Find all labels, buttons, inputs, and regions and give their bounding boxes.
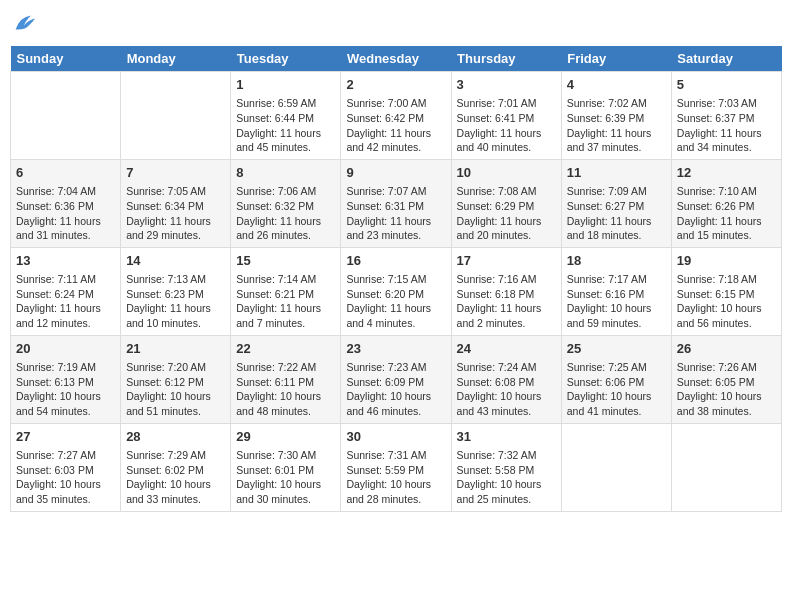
- calendar-cell: 9Sunrise: 7:07 AM Sunset: 6:31 PM Daylig…: [341, 159, 451, 247]
- calendar-cell: [561, 423, 671, 511]
- day-info: Sunrise: 7:15 AM Sunset: 6:20 PM Dayligh…: [346, 272, 445, 331]
- day-header-tuesday: Tuesday: [231, 46, 341, 72]
- calendar-cell: 7Sunrise: 7:05 AM Sunset: 6:34 PM Daylig…: [121, 159, 231, 247]
- day-number: 16: [346, 252, 445, 270]
- day-number: 30: [346, 428, 445, 446]
- calendar-header-row: SundayMondayTuesdayWednesdayThursdayFrid…: [11, 46, 782, 72]
- day-info: Sunrise: 7:06 AM Sunset: 6:32 PM Dayligh…: [236, 184, 335, 243]
- day-number: 1: [236, 76, 335, 94]
- day-number: 7: [126, 164, 225, 182]
- calendar-cell: 25Sunrise: 7:25 AM Sunset: 6:06 PM Dayli…: [561, 335, 671, 423]
- day-number: 20: [16, 340, 115, 358]
- day-info: Sunrise: 7:26 AM Sunset: 6:05 PM Dayligh…: [677, 360, 776, 419]
- calendar-cell: 17Sunrise: 7:16 AM Sunset: 6:18 PM Dayli…: [451, 247, 561, 335]
- day-info: Sunrise: 7:22 AM Sunset: 6:11 PM Dayligh…: [236, 360, 335, 419]
- calendar-cell: 5Sunrise: 7:03 AM Sunset: 6:37 PM Daylig…: [671, 72, 781, 160]
- calendar-cell: 19Sunrise: 7:18 AM Sunset: 6:15 PM Dayli…: [671, 247, 781, 335]
- calendar-cell: 8Sunrise: 7:06 AM Sunset: 6:32 PM Daylig…: [231, 159, 341, 247]
- day-number: 8: [236, 164, 335, 182]
- logo: [10, 10, 42, 38]
- day-number: 18: [567, 252, 666, 270]
- calendar-cell: 21Sunrise: 7:20 AM Sunset: 6:12 PM Dayli…: [121, 335, 231, 423]
- day-header-thursday: Thursday: [451, 46, 561, 72]
- day-info: Sunrise: 7:17 AM Sunset: 6:16 PM Dayligh…: [567, 272, 666, 331]
- calendar-cell: 30Sunrise: 7:31 AM Sunset: 5:59 PM Dayli…: [341, 423, 451, 511]
- calendar-cell: 23Sunrise: 7:23 AM Sunset: 6:09 PM Dayli…: [341, 335, 451, 423]
- calendar-cell: 1Sunrise: 6:59 AM Sunset: 6:44 PM Daylig…: [231, 72, 341, 160]
- day-number: 9: [346, 164, 445, 182]
- day-info: Sunrise: 7:27 AM Sunset: 6:03 PM Dayligh…: [16, 448, 115, 507]
- calendar-cell: [121, 72, 231, 160]
- day-info: Sunrise: 7:09 AM Sunset: 6:27 PM Dayligh…: [567, 184, 666, 243]
- day-number: 13: [16, 252, 115, 270]
- calendar-cell: 6Sunrise: 7:04 AM Sunset: 6:36 PM Daylig…: [11, 159, 121, 247]
- calendar-cell: 16Sunrise: 7:15 AM Sunset: 6:20 PM Dayli…: [341, 247, 451, 335]
- calendar-cell: 14Sunrise: 7:13 AM Sunset: 6:23 PM Dayli…: [121, 247, 231, 335]
- day-info: Sunrise: 7:16 AM Sunset: 6:18 PM Dayligh…: [457, 272, 556, 331]
- day-info: Sunrise: 7:03 AM Sunset: 6:37 PM Dayligh…: [677, 96, 776, 155]
- day-number: 19: [677, 252, 776, 270]
- calendar-cell: [11, 72, 121, 160]
- day-number: 10: [457, 164, 556, 182]
- day-header-sunday: Sunday: [11, 46, 121, 72]
- day-number: 27: [16, 428, 115, 446]
- day-number: 22: [236, 340, 335, 358]
- day-header-saturday: Saturday: [671, 46, 781, 72]
- day-info: Sunrise: 7:11 AM Sunset: 6:24 PM Dayligh…: [16, 272, 115, 331]
- day-info: Sunrise: 7:24 AM Sunset: 6:08 PM Dayligh…: [457, 360, 556, 419]
- calendar-cell: 10Sunrise: 7:08 AM Sunset: 6:29 PM Dayli…: [451, 159, 561, 247]
- day-number: 24: [457, 340, 556, 358]
- calendar-cell: 20Sunrise: 7:19 AM Sunset: 6:13 PM Dayli…: [11, 335, 121, 423]
- day-info: Sunrise: 7:32 AM Sunset: 5:58 PM Dayligh…: [457, 448, 556, 507]
- day-number: 26: [677, 340, 776, 358]
- day-info: Sunrise: 7:25 AM Sunset: 6:06 PM Dayligh…: [567, 360, 666, 419]
- day-info: Sunrise: 7:19 AM Sunset: 6:13 PM Dayligh…: [16, 360, 115, 419]
- day-number: 2: [346, 76, 445, 94]
- day-info: Sunrise: 7:02 AM Sunset: 6:39 PM Dayligh…: [567, 96, 666, 155]
- day-number: 17: [457, 252, 556, 270]
- day-number: 4: [567, 76, 666, 94]
- day-info: Sunrise: 7:20 AM Sunset: 6:12 PM Dayligh…: [126, 360, 225, 419]
- day-number: 21: [126, 340, 225, 358]
- day-info: Sunrise: 7:04 AM Sunset: 6:36 PM Dayligh…: [16, 184, 115, 243]
- calendar-cell: 26Sunrise: 7:26 AM Sunset: 6:05 PM Dayli…: [671, 335, 781, 423]
- day-header-wednesday: Wednesday: [341, 46, 451, 72]
- day-number: 23: [346, 340, 445, 358]
- calendar-week-row: 27Sunrise: 7:27 AM Sunset: 6:03 PM Dayli…: [11, 423, 782, 511]
- day-number: 6: [16, 164, 115, 182]
- calendar-cell: 2Sunrise: 7:00 AM Sunset: 6:42 PM Daylig…: [341, 72, 451, 160]
- calendar-week-row: 13Sunrise: 7:11 AM Sunset: 6:24 PM Dayli…: [11, 247, 782, 335]
- calendar-week-row: 20Sunrise: 7:19 AM Sunset: 6:13 PM Dayli…: [11, 335, 782, 423]
- day-header-monday: Monday: [121, 46, 231, 72]
- day-info: Sunrise: 7:01 AM Sunset: 6:41 PM Dayligh…: [457, 96, 556, 155]
- calendar-cell: 3Sunrise: 7:01 AM Sunset: 6:41 PM Daylig…: [451, 72, 561, 160]
- calendar-cell: 11Sunrise: 7:09 AM Sunset: 6:27 PM Dayli…: [561, 159, 671, 247]
- calendar-cell: 12Sunrise: 7:10 AM Sunset: 6:26 PM Dayli…: [671, 159, 781, 247]
- day-info: Sunrise: 6:59 AM Sunset: 6:44 PM Dayligh…: [236, 96, 335, 155]
- day-number: 5: [677, 76, 776, 94]
- day-info: Sunrise: 7:05 AM Sunset: 6:34 PM Dayligh…: [126, 184, 225, 243]
- calendar-cell: 18Sunrise: 7:17 AM Sunset: 6:16 PM Dayli…: [561, 247, 671, 335]
- day-number: 14: [126, 252, 225, 270]
- day-info: Sunrise: 7:08 AM Sunset: 6:29 PM Dayligh…: [457, 184, 556, 243]
- day-number: 3: [457, 76, 556, 94]
- day-info: Sunrise: 7:07 AM Sunset: 6:31 PM Dayligh…: [346, 184, 445, 243]
- day-number: 25: [567, 340, 666, 358]
- page-header: [10, 10, 782, 38]
- day-info: Sunrise: 7:10 AM Sunset: 6:26 PM Dayligh…: [677, 184, 776, 243]
- calendar-week-row: 6Sunrise: 7:04 AM Sunset: 6:36 PM Daylig…: [11, 159, 782, 247]
- day-info: Sunrise: 7:18 AM Sunset: 6:15 PM Dayligh…: [677, 272, 776, 331]
- day-number: 15: [236, 252, 335, 270]
- day-number: 12: [677, 164, 776, 182]
- calendar-cell: 13Sunrise: 7:11 AM Sunset: 6:24 PM Dayli…: [11, 247, 121, 335]
- logo-icon: [10, 10, 38, 38]
- day-number: 28: [126, 428, 225, 446]
- calendar-cell: 29Sunrise: 7:30 AM Sunset: 6:01 PM Dayli…: [231, 423, 341, 511]
- day-number: 29: [236, 428, 335, 446]
- calendar-cell: 31Sunrise: 7:32 AM Sunset: 5:58 PM Dayli…: [451, 423, 561, 511]
- calendar-cell: 4Sunrise: 7:02 AM Sunset: 6:39 PM Daylig…: [561, 72, 671, 160]
- calendar-cell: 28Sunrise: 7:29 AM Sunset: 6:02 PM Dayli…: [121, 423, 231, 511]
- day-info: Sunrise: 7:14 AM Sunset: 6:21 PM Dayligh…: [236, 272, 335, 331]
- calendar-cell: 27Sunrise: 7:27 AM Sunset: 6:03 PM Dayli…: [11, 423, 121, 511]
- calendar-week-row: 1Sunrise: 6:59 AM Sunset: 6:44 PM Daylig…: [11, 72, 782, 160]
